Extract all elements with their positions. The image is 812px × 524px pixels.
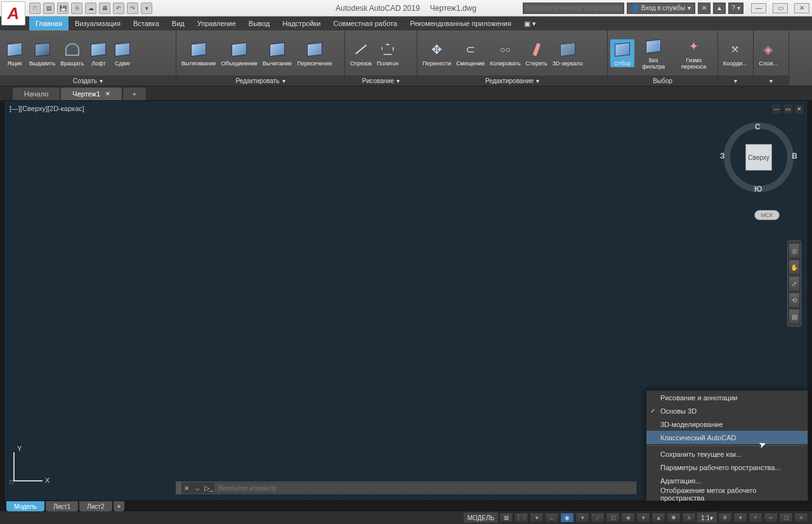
ws-save-as[interactable]: Сохранить текущее как... (646, 447, 808, 461)
layout-tab-model[interactable]: Модель (6, 501, 44, 511)
move-button[interactable]: ✥Перенести (420, 39, 454, 67)
status-ortho-icon[interactable]: ∟ (545, 513, 559, 523)
status-model-button[interactable]: МОДЕЛЬ (464, 513, 498, 523)
subtract-button[interactable]: Вычитание (260, 39, 294, 67)
search-input[interactable] (523, 3, 624, 14)
status-grid-icon[interactable]: ▦ (499, 513, 513, 523)
tab-home[interactable]: Главная (29, 16, 69, 30)
status-monitor-icon[interactable]: + (749, 513, 763, 523)
vp-close-icon[interactable]: ✕ (795, 105, 804, 114)
nofilter-button[interactable]: Без фильтра (634, 36, 672, 70)
layout-tab-sheet2[interactable]: Лист2 (79, 501, 112, 511)
tab-visualize[interactable]: Визуализация (69, 16, 127, 30)
viewcube-north[interactable]: С (755, 122, 761, 131)
undo-icon[interactable]: ↶ (113, 3, 124, 14)
ws-item-classic[interactable]: Классический AutoCAD (646, 431, 808, 444)
loft-button[interactable]: Лофт (86, 39, 110, 67)
status-isoplane-icon[interactable]: ⟋ (591, 513, 605, 523)
ws-customize[interactable]: Адаптация... (646, 474, 808, 487)
viewcube[interactable]: Сверху С Ю З В (724, 122, 794, 192)
close-button[interactable]: ✕ (794, 3, 809, 13)
sweep-button[interactable]: Сдвиг (110, 39, 134, 67)
tab-view[interactable]: Вид (166, 16, 191, 30)
revolve-button[interactable]: Вращать (58, 39, 86, 67)
new-icon[interactable]: □ (29, 3, 41, 14)
culling-button[interactable]: Отбор (610, 39, 634, 67)
minimize-button[interactable]: — (751, 3, 766, 13)
redo-icon[interactable]: ↷ (127, 3, 138, 14)
help-icon[interactable]: ? ▾ (728, 3, 743, 14)
viewcube-face[interactable]: Сверху (745, 144, 772, 171)
tab-collab[interactable]: Совместная работа (327, 16, 403, 30)
a360-icon[interactable]: ▲ (713, 3, 726, 14)
wcs-badge[interactable]: МСК (754, 210, 780, 220)
viewport-label[interactable]: [—][Сверху][2D-каркас] (10, 105, 84, 112)
vp-maximize-icon[interactable]: ▭ (783, 105, 792, 114)
line-button[interactable]: Отрезок (348, 39, 374, 67)
panel-coord-title[interactable]: ▾ (718, 75, 753, 86)
maximize-button[interactable]: ▭ (773, 3, 788, 13)
panel-modify-title[interactable]: Редактирование ▾ (417, 75, 607, 86)
open-icon[interactable]: ▤ (43, 3, 55, 14)
tab-addins[interactable]: Надстройки (276, 16, 327, 30)
erase-button[interactable]: Стереть (523, 39, 550, 67)
offset-button[interactable]: ⊂Смещение (454, 39, 487, 67)
nav-showmotion-icon[interactable]: ▤ (789, 309, 800, 324)
save-icon[interactable]: 💾 (57, 3, 69, 14)
filetab-add[interactable]: + (123, 88, 146, 100)
qat-dropdown[interactable]: ▾ (141, 3, 152, 14)
status-hardware-icon[interactable]: ▫▫ (764, 513, 778, 523)
cloud-icon[interactable]: ☁ (85, 3, 96, 14)
tab-manage[interactable]: Управление (191, 16, 242, 30)
panel-select-title[interactable]: Выбор (608, 75, 717, 86)
ws-settings[interactable]: Параметры рабочего пространства... (646, 461, 808, 474)
status-expand4[interactable]: ▾ (733, 513, 747, 523)
tab-featured[interactable]: Рекомендованные приложения (403, 16, 518, 30)
tab-output[interactable]: Вывод (242, 16, 276, 30)
status-expand2[interactable]: ▾ (575, 513, 589, 523)
command-input[interactable] (214, 483, 636, 493)
coord-button[interactable]: ⤧Коорди... (721, 39, 750, 67)
cmd-recent-icon[interactable]: ⌵ (192, 484, 203, 492)
viewcube-west[interactable]: З (720, 152, 725, 160)
nav-wheel-icon[interactable]: ◎ (789, 243, 800, 258)
status-polar-icon[interactable]: ◉ (560, 513, 574, 523)
cmd-close-icon[interactable]: ✕ (181, 485, 192, 492)
copy-button[interactable]: ○○Копировать (487, 39, 523, 67)
box-button[interactable]: Ящик (3, 39, 27, 67)
mirror3d-button[interactable]: 3D-зеркало (550, 39, 586, 67)
panel-create-title[interactable]: Создать ▾ (0, 75, 176, 86)
status-scale-button[interactable]: 1:1 ▾ (697, 513, 717, 523)
status-custom-icon[interactable]: ≡ (794, 513, 808, 523)
saveas-icon[interactable]: ⎘ (71, 3, 82, 14)
gizmo-button[interactable]: ✦Гизмо переноса (672, 36, 715, 70)
status-expand3[interactable]: ▾ (636, 513, 650, 523)
status-annoauto-icon[interactable]: ⋏ (682, 513, 696, 523)
exchange-icon[interactable]: ✕ (698, 3, 710, 14)
intersect-button[interactable]: Пересечение (294, 39, 334, 67)
status-osnap-icon[interactable]: ◻ (606, 513, 620, 523)
ws-labels[interactable]: Отображение меток рабочего пространства (646, 487, 808, 501)
filetab-drawing1[interactable]: Чертеж1✕ (61, 88, 122, 100)
status-workspace-icon[interactable]: ✲ (718, 513, 732, 523)
status-annovis-icon[interactable]: ✱ (667, 513, 681, 523)
polygon-button[interactable]: Полигон (374, 39, 402, 67)
vp-minimize-icon[interactable]: — (772, 105, 781, 114)
tab-insert[interactable]: Вставка (127, 16, 166, 30)
extrude-button[interactable]: Выдавить (27, 39, 58, 67)
nav-zoom-icon[interactable]: ⤢ (789, 276, 800, 291)
nav-orbit-icon[interactable]: ⟲ (789, 292, 800, 308)
status-snap-icon[interactable]: ⋮⋮ (514, 513, 528, 523)
union-button[interactable]: Объединение (218, 39, 260, 67)
layout-tab-sheet1[interactable]: Лист1 (46, 501, 78, 511)
plot-icon[interactable]: 🖶 (99, 3, 110, 14)
panel-edit-title[interactable]: Редактировать ▾ (176, 75, 344, 86)
status-3dosnap-icon[interactable]: ◈ (621, 513, 635, 523)
layers-button[interactable]: ◈Слои... (756, 39, 780, 67)
signin-button[interactable]: 👤 Вход в службы ▾ (627, 3, 695, 14)
status-isolate-icon[interactable]: ◻ (779, 513, 793, 523)
tab-expand[interactable]: ▣ ▾ (518, 16, 542, 30)
panel-draw-title[interactable]: Рисование ▾ (345, 75, 417, 86)
presspull-button[interactable]: Вытягивание (179, 39, 218, 67)
cmd-drag-handle[interactable] (176, 482, 181, 494)
